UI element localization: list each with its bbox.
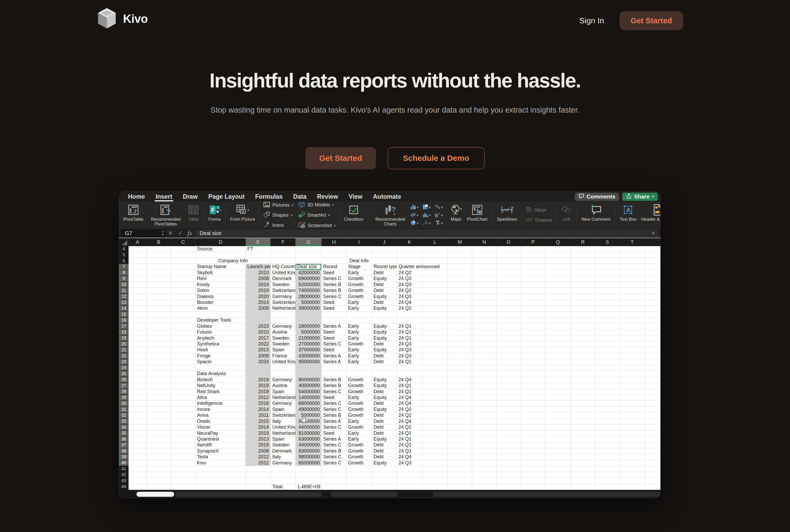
grid-cell-K22[interactable]: 24 Q3 (397, 353, 422, 359)
grid-cell-F34[interactable]: United Kingdom (271, 424, 296, 430)
grid-cell-M16[interactable] (448, 317, 472, 323)
row-header-14[interactable]: 14 (119, 305, 129, 311)
chart-funnel-button[interactable]: ▾ (435, 219, 447, 227)
grid-cell-D7[interactable]: Startup Name (196, 264, 246, 270)
grid-cell-P29[interactable] (521, 395, 545, 401)
grid-cell-O30[interactable] (497, 401, 521, 406)
grid-cell-E36[interactable]: 2013 (246, 436, 271, 442)
grid-cell-N10[interactable] (472, 282, 497, 288)
grid-cell-D34[interactable]: Vlozer (196, 424, 246, 430)
grid-cell-L32[interactable] (422, 413, 448, 418)
grid-cell-M15[interactable] (448, 311, 472, 317)
grid-cell-K41[interactable] (397, 466, 422, 472)
grid-cell-L30[interactable] (422, 401, 448, 406)
grid-cell-G18[interactable]: 5000000 (296, 329, 321, 335)
grid-cell-M19[interactable] (448, 336, 472, 341)
grid-cell-D12[interactable]: Dialexis (196, 294, 246, 300)
grid-cell-O20[interactable] (497, 341, 521, 347)
row-header-11[interactable]: 11 (119, 288, 129, 293)
row-header-15[interactable]: 15 (119, 311, 129, 317)
grid-cell-K34[interactable]: 24 Q2 (397, 424, 422, 430)
grid-cell-K23[interactable]: 24 Q1 (397, 359, 422, 365)
grid-cell-C25[interactable] (171, 371, 196, 377)
grid-cell-A7[interactable] (129, 264, 147, 270)
grid-cell-D31[interactable]: Incore (196, 407, 246, 413)
grid-cell-S20[interactable] (595, 341, 620, 347)
grid-cell-K21[interactable]: 24 Q3 (397, 347, 422, 353)
grid-cell-R4[interactable] (571, 246, 595, 252)
grid-cell-L24[interactable] (422, 365, 448, 371)
grid-cell-N25[interactable] (472, 371, 497, 377)
row-header-34[interactable]: 34 (119, 424, 129, 430)
maps-button[interactable]: ▾ Maps (447, 203, 464, 227)
row-header-9[interactable]: 9 (119, 276, 129, 282)
grid-cell-R39[interactable] (571, 454, 595, 460)
grid-cell-M5[interactable] (448, 252, 472, 258)
grid-cell-B36[interactable] (147, 436, 171, 442)
grid-cell-D15[interactable] (196, 311, 246, 317)
grid-cell-T11[interactable] (620, 288, 645, 293)
grid-cell-H15[interactable] (321, 311, 347, 317)
grid-cell-J35[interactable]: Debt (372, 431, 397, 436)
grid-cell-Q38[interactable] (545, 448, 571, 454)
grid-cell-S31[interactable] (595, 407, 620, 413)
grid-cell-J14[interactable]: Equity (372, 305, 397, 311)
grid-cell-O43[interactable] (497, 478, 521, 484)
grid-cell-O31[interactable] (497, 407, 521, 413)
grid-cell-C40[interactable] (171, 460, 196, 466)
grid-cell-D10[interactable]: Kivoly (196, 282, 246, 288)
grid-cell-K24[interactable] (397, 365, 422, 371)
row-header-40[interactable]: 40 (119, 460, 129, 466)
grid-cell-P35[interactable] (521, 431, 545, 436)
grid-cell-D5[interactable] (196, 252, 246, 258)
recommended-charts-button[interactable]: ?▾ Recommended Charts (371, 203, 410, 227)
grid-cell-K40[interactable]: 24 Q3 (397, 460, 422, 466)
grid-cell-T15[interactable] (620, 311, 645, 317)
grid-cell-I10[interactable]: Growth (347, 282, 372, 288)
grid-cell-H5[interactable] (321, 252, 347, 258)
grid-cell-Q15[interactable] (545, 311, 571, 317)
grid-cell-E28[interactable]: 2018 (246, 389, 271, 395)
grid-cell-R22[interactable] (571, 353, 595, 359)
grid-cell-C10[interactable] (171, 282, 196, 288)
grid-cell-A12[interactable] (129, 294, 147, 300)
grid-cell-B38[interactable] (147, 448, 171, 454)
grid-cell-R36[interactable] (571, 436, 595, 442)
grid-cell-S22[interactable] (595, 353, 620, 359)
recommended-pivottables-button[interactable]: ? Recommended PivotTables (146, 203, 185, 227)
grid-cell-O8[interactable] (497, 270, 521, 276)
grid-cell-Q8[interactable] (545, 270, 571, 276)
grid-cell-G7[interactable]: Deal size (296, 264, 321, 270)
grid-cell-B25[interactable] (147, 371, 171, 377)
row-header-6[interactable]: 6 (119, 258, 129, 264)
3d-models-button[interactable]: 3D Models▾ (297, 202, 337, 209)
grid-cell-M38[interactable] (448, 448, 472, 454)
grid-cell-I19[interactable]: Early (347, 336, 372, 341)
grid-cell-T10[interactable] (620, 282, 645, 288)
grid-cell-D36[interactable]: Quantnest (196, 436, 246, 442)
grid-cell-E9[interactable]: 2008 (246, 276, 271, 282)
formula-bar-expand-icon[interactable]: ▼ (651, 231, 655, 235)
grid-cell-P31[interactable] (521, 407, 545, 413)
grid-cell-E26[interactable]: 2019 (246, 377, 271, 383)
grid-cell-G33[interactable]: 95000000 (296, 419, 321, 424)
grid-cell-E29[interactable]: 2012 (246, 395, 271, 401)
grid-cell-J17[interactable]: Equity (372, 323, 397, 329)
grid-cell-O17[interactable] (497, 323, 521, 329)
grid-cell-H24[interactable] (321, 365, 347, 371)
grid-cell-B30[interactable] (147, 401, 171, 406)
grid-cell-O40[interactable] (497, 460, 521, 466)
grid-cell-T30[interactable] (620, 401, 645, 406)
grid-cell-M30[interactable] (448, 401, 472, 406)
grid-cell-L17[interactable] (422, 323, 448, 329)
grid-cell-G25[interactable] (296, 371, 321, 377)
grid-cell-G16[interactable] (296, 317, 321, 323)
forms-button[interactable]: F▾ Forms (206, 203, 223, 227)
grid-cell-J4[interactable] (372, 246, 397, 252)
grid-cell-C33[interactable] (171, 419, 196, 424)
grid-cell-F43[interactable] (271, 478, 296, 484)
grid-cell-D38[interactable]: SynapseX (196, 448, 246, 454)
grid-cell-Q14[interactable] (545, 305, 571, 311)
grid-cell-Q28[interactable] (545, 389, 571, 395)
grid-cell-D42[interactable] (196, 472, 246, 478)
